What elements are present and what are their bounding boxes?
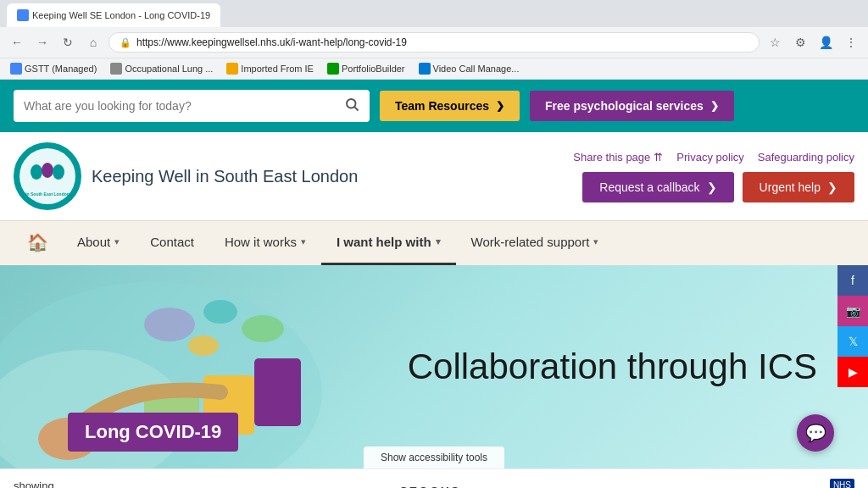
youtube-icon: ▶ <box>849 365 858 379</box>
svg-point-0 <box>347 99 356 108</box>
bookmark-occupational[interactable]: Occupational Lung ... <box>107 61 216 76</box>
youtube-link[interactable]: ▶ <box>837 357 868 387</box>
nav-about[interactable]: About ▾ <box>62 221 135 265</box>
share-icon: ⇈ <box>654 151 663 164</box>
instagram-link[interactable]: 📷 <box>837 296 868 326</box>
accessibility-tools-bar[interactable]: Show accessibility tools <box>364 446 504 469</box>
chevron-right-icon: ❯ <box>707 180 717 194</box>
long-covid-badge: Long COVID-19 <box>68 413 238 452</box>
bookmark-gstt[interactable]: GSTT (Managed) <box>7 61 100 76</box>
chevron-right-icon: ❯ <box>710 100 719 112</box>
twitter-icon: 𝕏 <box>849 335 858 348</box>
browser-chrome: Keeping Well SE London - Long COVID-19 ←… <box>0 0 868 80</box>
brand-right: Share this page ⇈ Privacy policy Safegua… <box>573 151 854 202</box>
facebook-icon: f <box>851 274 854 287</box>
brand-name: Keeping Well in South East London <box>92 167 358 186</box>
urgent-help-button[interactable]: Urgent help ❯ <box>743 172 854 202</box>
chevron-down-icon: ▾ <box>301 236 306 247</box>
chat-button[interactable]: 💬 <box>797 414 834 452</box>
free-psychological-button[interactable]: Free psychological services ❯ <box>530 91 734 121</box>
bookmarks-bar: GSTT (Managed) Occupational Lung ... Imp… <box>0 58 868 79</box>
bookmarks-star[interactable]: ☆ <box>765 32 785 53</box>
profile-btn[interactable]: 👤 <box>815 32 836 53</box>
lock-icon: 🔒 <box>120 37 131 48</box>
hero-heading: Collaboration through ICS <box>408 347 817 387</box>
guysthomas-logo: NHS Guy's and St Thomas' NHS Foundation … <box>747 476 854 488</box>
team-resources-label: Team Resources <box>395 99 489 113</box>
instagram-icon: 📷 <box>846 304 860 318</box>
bookmark-videocall[interactable]: Video Call Manage... <box>415 61 523 76</box>
team-resources-button[interactable]: Team Resources ❯ <box>380 91 520 121</box>
nhs-label: NHS <box>830 479 854 488</box>
svg-point-4 <box>31 164 42 180</box>
bookmark-favicon <box>226 63 238 75</box>
seqohs-logo: SEQOHS <box>399 485 460 489</box>
search-box[interactable] <box>14 90 370 122</box>
policy-links: Share this page ⇈ Privacy policy Safegua… <box>573 151 854 164</box>
bookmark-favicon <box>110 63 122 75</box>
nav-home[interactable]: 🏠 <box>14 222 62 265</box>
back-button[interactable]: ← <box>7 32 27 53</box>
search-input[interactable] <box>24 99 337 113</box>
search-button[interactable] <box>344 97 359 115</box>
address-bar[interactable]: 🔒 https://www.keepingwellsel.nhs.uk/i-wa… <box>108 32 760 53</box>
we-care-showing: showing <box>14 480 114 489</box>
menu-btn[interactable]: ⋮ <box>841 32 861 53</box>
bookmark-favicon <box>10 63 22 75</box>
svg-rect-11 <box>254 358 301 426</box>
callback-button[interactable]: Request a callback ❯ <box>582 172 733 202</box>
bookmark-imported[interactable]: Imported From IE <box>223 61 317 76</box>
svg-point-14 <box>203 300 237 324</box>
svg-point-13 <box>144 308 195 341</box>
chevron-right-icon: ❯ <box>827 180 837 194</box>
chevron-down-icon: ▾ <box>114 236 120 247</box>
bookmark-portfolio[interactable]: PortfolioBuilder <box>324 61 409 76</box>
svg-point-16 <box>188 336 219 356</box>
nav-i-want-help[interactable]: I want help with ▾ <box>321 221 456 265</box>
bookmark-favicon <box>327 63 339 75</box>
hero-section: Collaboration through ICS Long COVID-19 … <box>0 265 868 469</box>
bookmark-label: Occupational Lung ... <box>125 64 213 74</box>
reload-button[interactable]: ↻ <box>58 32 78 53</box>
home-icon: 🏠 <box>27 232 48 252</box>
forward-button[interactable]: → <box>32 32 53 53</box>
svg-point-15 <box>242 315 284 342</box>
safeguarding-link[interactable]: Safeguarding policy <box>758 151 854 164</box>
share-link[interactable]: Share this page ⇈ <box>573 151 663 164</box>
twitter-link[interactable]: 𝕏 <box>837 326 868 357</box>
footer-strip: showing we care about you SEQOHS NHS Guy… <box>0 469 868 488</box>
site-header: Team Resources ❯ Free psychological serv… <box>0 80 868 265</box>
facebook-link[interactable]: f <box>837 265 868 296</box>
chat-icon: 💬 <box>805 423 826 443</box>
bookmark-label: Video Call Manage... <box>433 64 520 74</box>
free-psych-label: Free psychological services <box>545 99 704 113</box>
home-nav-button[interactable]: ⌂ <box>83 32 103 53</box>
chevron-down-icon: ▾ <box>593 236 598 247</box>
nav-contact[interactable]: Contact <box>135 221 209 265</box>
nav-work-related[interactable]: Work-related support ▾ <box>456 221 615 265</box>
seqohs-text: SEQOHS <box>399 485 460 489</box>
svg-point-6 <box>53 164 64 180</box>
svg-line-1 <box>354 107 358 110</box>
active-tab[interactable]: Keeping Well SE London - Long COVID-19 <box>7 3 220 27</box>
tab-label: Keeping Well SE London - Long COVID-19 <box>32 10 210 20</box>
main-navigation: 🏠 About ▾ Contact How it works ▾ I want … <box>0 220 868 265</box>
brand-left: in South East London Keeping Well in Sou… <box>14 142 358 210</box>
svg-text:in South East London: in South East London <box>25 191 70 197</box>
social-sidebar: f 📷 𝕏 ▶ <box>837 265 868 387</box>
tab-favicon <box>17 9 29 21</box>
we-care-logo: showing we care about you <box>14 480 114 489</box>
extension-btn[interactable]: ⚙ <box>790 32 810 53</box>
bookmark-label: GSTT (Managed) <box>25 64 97 74</box>
privacy-link[interactable]: Privacy policy <box>676 151 743 164</box>
nav-how-it-works[interactable]: How it works ▾ <box>209 221 321 265</box>
top-bar: Team Resources ❯ Free psychological serv… <box>0 80 868 132</box>
browser-tabs: Keeping Well SE London - Long COVID-19 <box>0 0 868 27</box>
svg-point-5 <box>42 163 53 178</box>
chevron-right-icon: ❯ <box>496 100 504 112</box>
bookmark-label: Imported From IE <box>241 64 314 74</box>
browser-nav-bar: ← → ↻ ⌂ 🔒 https://www.keepingwellsel.nhs… <box>0 27 868 58</box>
action-buttons: Request a callback ❯ Urgent help ❯ <box>582 172 854 202</box>
brand-bar: in South East London Keeping Well in Sou… <box>0 132 868 220</box>
bookmark-favicon <box>419 63 431 75</box>
